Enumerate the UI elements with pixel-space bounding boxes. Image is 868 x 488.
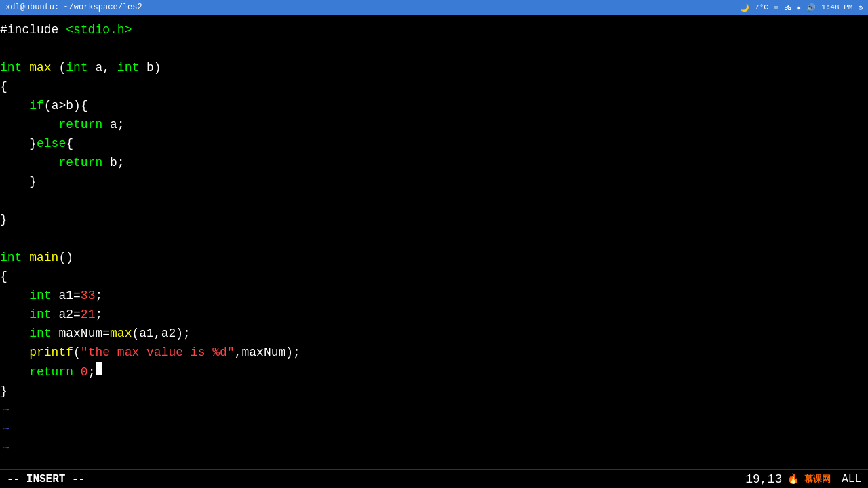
- titlebar: xdl@ubuntu: ~/workspace/les2 🌙 7°C ⌨ 🖧 ✦…: [0, 0, 868, 15]
- keyboard-icon: ⌨: [774, 3, 778, 12]
- flame-icon: 🔥: [787, 473, 799, 485]
- battery-icon: 🌙: [740, 3, 749, 12]
- tilde-line-1: ~: [0, 401, 868, 420]
- code-line-9: }: [0, 172, 868, 191]
- statusbar-right-group: 19,13 🔥 慕课网 ALL: [745, 472, 861, 486]
- brand-name: 慕课网: [804, 473, 831, 485]
- code-editor[interactable]: #include <stdio.h> int max (int a, int b…: [0, 15, 868, 461]
- titlebar-label: xdl@ubuntu: ~/workspace/les2: [5, 3, 142, 12]
- network-icon: 🖧: [784, 3, 791, 12]
- code-line-3: int max (int a, int b): [0, 58, 868, 77]
- editor-mode: -- INSERT --: [7, 473, 85, 485]
- volume-icon: 🔊: [806, 3, 816, 12]
- code-line-5: if(a>b){: [0, 96, 868, 115]
- code-line-8: return b;: [0, 153, 868, 172]
- code-line-20: }: [0, 382, 868, 401]
- include-hash: #include: [0, 20, 66, 39]
- tilde-line-2: ~: [0, 420, 868, 439]
- tilde-line-3: ~: [0, 439, 868, 458]
- temperature: 7°C: [755, 3, 768, 12]
- code-line-14: {: [0, 267, 868, 286]
- code-line-12: [0, 229, 868, 248]
- titlebar-right: 🌙 7°C ⌨ 🖧 ✦ 🔊 1:48 PM ⚙: [740, 3, 863, 12]
- code-line-13: int main(): [0, 248, 868, 267]
- text-cursor: [96, 362, 102, 375]
- code-line-1: #include <stdio.h>: [0, 20, 868, 39]
- code-line-18: printf("the max value is %d",maxNum);: [0, 343, 868, 362]
- code-line-10: [0, 191, 868, 210]
- code-line-2: [0, 39, 868, 58]
- code-line-15: int a1=33;: [0, 286, 868, 305]
- code-line-6: return a;: [0, 115, 868, 134]
- settings-icon: ⚙: [858, 3, 863, 12]
- titlebar-title: xdl@ubuntu: ~/workspace/les2: [5, 3, 142, 12]
- code-line-19: return 0;: [0, 362, 868, 382]
- code-line-11: }: [0, 210, 868, 229]
- include-file: <stdio.h>: [66, 20, 132, 39]
- statusbar: -- INSERT -- 19,13 🔥 慕课网 ALL: [0, 469, 868, 488]
- insert-mode-label: -- INSERT --: [7, 473, 85, 485]
- cursor-position: 19,13: [745, 472, 782, 486]
- bluetooth-icon: ✦: [797, 3, 802, 12]
- code-line-4: {: [0, 77, 868, 96]
- clock: 1:48 PM: [821, 3, 852, 12]
- scroll-percent: ALL: [842, 473, 861, 485]
- code-line-17: int maxNum=max(a1,a2);: [0, 324, 868, 343]
- code-line-7: }else{: [0, 134, 868, 153]
- code-line-16: int a2=21;: [0, 305, 868, 324]
